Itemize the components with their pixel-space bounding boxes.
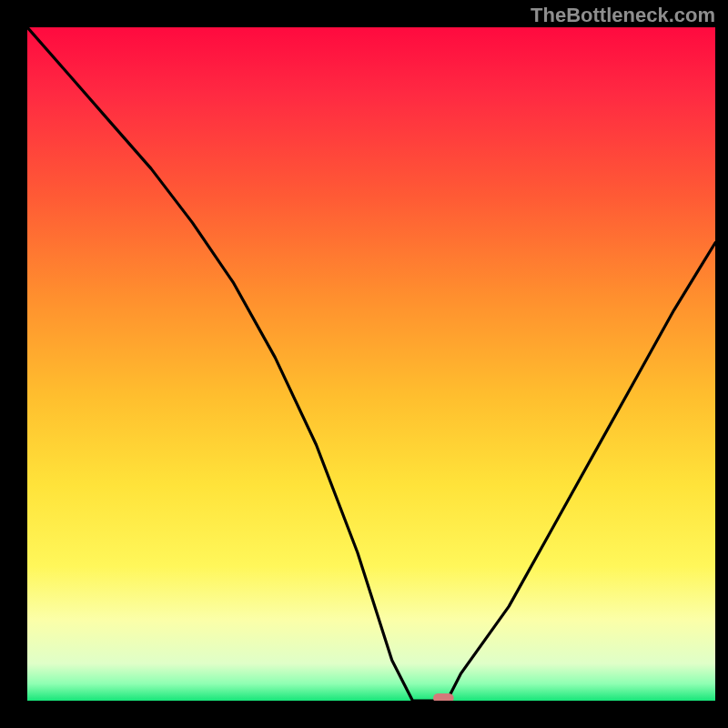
optimal-marker	[433, 693, 454, 703]
watermark-text: TheBottleneck.com	[531, 4, 715, 27]
chart-frame: TheBottleneck.com	[0, 0, 728, 728]
bottleneck-chart	[0, 0, 728, 728]
